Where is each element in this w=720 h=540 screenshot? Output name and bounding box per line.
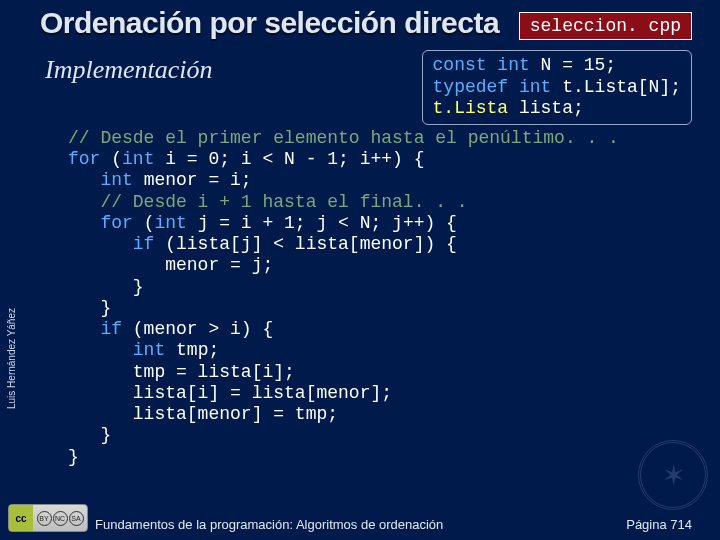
code-l2b: i = 0; i < N - 1; i++) { (165, 149, 424, 169)
code-l7: menor = j; (68, 255, 273, 275)
kw-int: int (497, 55, 540, 75)
declarations-box: const int N = 15; typedef int t.Lista[N]… (422, 50, 692, 125)
file-pill: seleccion. cpp (519, 12, 692, 40)
kw-for-2: for (68, 213, 144, 233)
kw-typedef: typedef (433, 77, 519, 97)
code-l6a: (lista[j] < lista[menor]) { (165, 234, 457, 254)
code-block: // Desde el primer elemento hasta el pen… (68, 128, 690, 468)
code-l10a: (menor > i) { (133, 319, 273, 339)
decl-n: N = 15; (541, 55, 617, 75)
kw-if-2: if (68, 319, 133, 339)
cc-by-icon: BY (37, 511, 52, 526)
code-l11a: tmp; (176, 340, 219, 360)
kw-for-1: for (68, 149, 111, 169)
cc-nc-icon: NC (53, 511, 68, 526)
code-l8: } (68, 277, 144, 297)
code-l16: } (68, 447, 79, 467)
kw-if-1: if (68, 234, 165, 254)
code-l13: lista[i] = lista[menor]; (68, 383, 392, 403)
kw-int-l11: int (68, 340, 176, 360)
slide-title: Ordenación por selección directa (40, 6, 499, 40)
kw-const: const (433, 55, 498, 75)
code-l12: tmp = lista[i]; (68, 362, 295, 382)
kw-int-l2: int (122, 149, 165, 169)
cc-sa-icon: SA (69, 511, 84, 526)
slide: Ordenación por selección directa selecci… (0, 0, 720, 540)
crest-watermark: ✶ (638, 440, 708, 510)
decl-type: t.Lista[N]; (562, 77, 681, 97)
code-comment-2: // Desde i + 1 hasta el final. . . (68, 192, 468, 212)
footer-page: Página 714 (626, 517, 692, 532)
cc-badge: cc BY NC SA (8, 504, 88, 532)
footer-text: Fundamentos de la programación: Algoritm… (95, 517, 443, 532)
decl-typename: t.Lista (433, 98, 519, 118)
code-l5b: j = i + 1; j < N; j++) { (198, 213, 457, 233)
decl-var: lista; (519, 98, 584, 118)
cc-terms: BY NC SA (33, 511, 87, 526)
code-l5a: ( (144, 213, 155, 233)
code-comment-1: // Desde el primer elemento hasta el pen… (68, 128, 619, 148)
code-l15: } (68, 425, 111, 445)
code-l3a: menor = i; (144, 170, 252, 190)
author-label: Luis Hernández Yáñez (6, 308, 17, 409)
slide-subtitle: Implementación (45, 55, 213, 85)
kw-int-2: int (519, 77, 562, 97)
code-l9: } (68, 298, 111, 318)
kw-int-l3: int (68, 170, 144, 190)
code-l14: lista[menor] = tmp; (68, 404, 338, 424)
cc-icon: cc (9, 505, 33, 531)
code-l2a: ( (111, 149, 122, 169)
kw-int-l5: int (154, 213, 197, 233)
